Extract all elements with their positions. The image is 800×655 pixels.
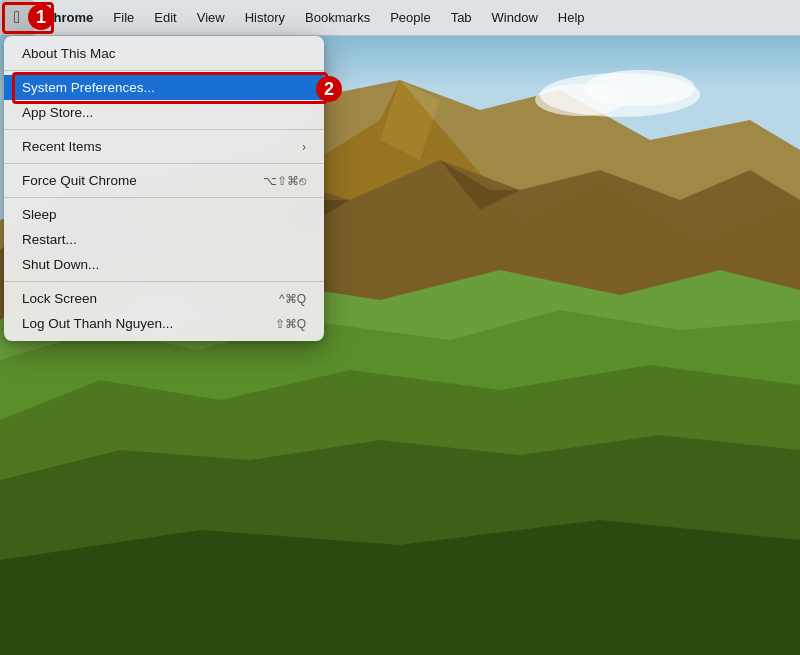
submenu-chevron-icon: › — [302, 140, 306, 154]
sleep-label: Sleep — [22, 207, 57, 222]
separator-5 — [4, 281, 324, 282]
tab-menu-item[interactable]: Tab — [441, 0, 482, 36]
separator-2 — [4, 129, 324, 130]
people-menu-item[interactable]: People — [380, 0, 440, 36]
shutdown-item[interactable]: Shut Down... — [4, 252, 324, 277]
annotation-2: 2 — [316, 76, 342, 102]
recent-items-label: Recent Items — [22, 139, 102, 154]
force-quit-shortcut: ⌥⇧⌘⎋ — [263, 174, 306, 188]
system-preferences-item[interactable]: System Preferences... — [4, 75, 324, 100]
about-this-mac-item[interactable]: About This Mac — [4, 41, 324, 66]
history-menu-item[interactable]: History — [235, 0, 295, 36]
bookmarks-menu-item[interactable]: Bookmarks — [295, 0, 380, 36]
force-quit-label: Force Quit Chrome — [22, 173, 137, 188]
restart-label: Restart... — [22, 232, 77, 247]
menubar:  Chrome File Edit View History Bookmark… — [0, 0, 800, 36]
app-store-label: App Store... — [22, 105, 93, 120]
view-menu-item[interactable]: View — [187, 0, 235, 36]
edit-menu-item[interactable]: Edit — [144, 0, 186, 36]
logout-item[interactable]: Log Out Thanh Nguyen... ⇧⌘Q — [4, 311, 324, 336]
lock-screen-item[interactable]: Lock Screen ^⌘Q — [4, 286, 324, 311]
help-menu-item[interactable]: Help — [548, 0, 595, 36]
logout-label: Log Out Thanh Nguyen... — [22, 316, 173, 331]
apple-dropdown-menu: About This Mac System Preferences... App… — [4, 36, 324, 341]
separator-3 — [4, 163, 324, 164]
app-store-item[interactable]: App Store... — [4, 100, 324, 125]
annotation-1: 1 — [28, 4, 54, 30]
about-this-mac-label: About This Mac — [22, 46, 116, 61]
svg-point-13 — [535, 84, 625, 116]
force-quit-item[interactable]: Force Quit Chrome ⌥⇧⌘⎋ — [4, 168, 324, 193]
shutdown-label: Shut Down... — [22, 257, 99, 272]
system-preferences-label: System Preferences... — [22, 80, 155, 95]
apple-icon:  — [14, 8, 20, 28]
window-menu-item[interactable]: Window — [482, 0, 548, 36]
logout-shortcut: ⇧⌘Q — [275, 317, 306, 331]
file-menu-item[interactable]: File — [103, 0, 144, 36]
restart-item[interactable]: Restart... — [4, 227, 324, 252]
sleep-item[interactable]: Sleep — [4, 202, 324, 227]
separator-4 — [4, 197, 324, 198]
lock-screen-label: Lock Screen — [22, 291, 97, 306]
recent-items-item[interactable]: Recent Items › — [4, 134, 324, 159]
lock-screen-shortcut: ^⌘Q — [279, 292, 306, 306]
separator-1 — [4, 70, 324, 71]
